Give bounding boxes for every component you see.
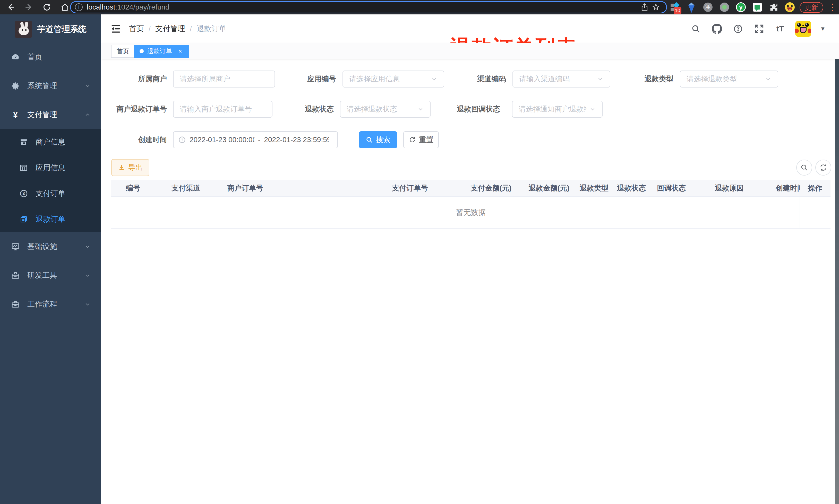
tab-refund-order[interactable]: 退款订单 × [134, 45, 189, 58]
header-search-button[interactable] [690, 23, 702, 35]
notify-status-select[interactable]: 请选择通知商户退款结果 [512, 101, 603, 118]
github-icon [712, 24, 722, 34]
filter-label-merchant-refund-no: 商户退款订单号 [64, 101, 167, 118]
tab-label: 首页 [117, 47, 129, 55]
command-icon: ⌘ [703, 3, 713, 12]
emoji-icon [785, 2, 795, 12]
bookmark-button[interactable] [650, 1, 662, 13]
filter-label-refund-status: 退款状态 [231, 101, 334, 118]
extension-tampermonkey[interactable]: 10 [669, 2, 681, 13]
sidebar-item-label: 基础设施 [27, 241, 57, 252]
sidebar-item-infra[interactable]: 基础设施 [0, 232, 101, 261]
breadcrumb-pay[interactable]: 支付管理 [155, 24, 185, 34]
search-icon [366, 136, 373, 143]
filter-label-app: 应用编号 [233, 71, 336, 88]
refresh-list-button[interactable] [815, 160, 831, 176]
chevron-down-icon [84, 243, 91, 250]
col-create-time: 创建时间 [765, 180, 800, 196]
extension-emoji[interactable] [784, 2, 796, 13]
fixed-column-divider [800, 180, 800, 229]
extension-command[interactable]: ⌘ [702, 2, 714, 13]
sidebar-item-label: 应用信息 [36, 163, 66, 173]
extension-puzzle[interactable] [768, 2, 780, 13]
filter-label-notify-status: 退款回调状态 [397, 101, 500, 118]
sidebar-item-devtools[interactable]: 研发工具 [0, 261, 101, 290]
browser-menu-button[interactable] [829, 3, 836, 12]
puzzle-icon [769, 3, 779, 12]
breadcrumb-home[interactable]: 首页 [129, 24, 144, 34]
browser-forward-button[interactable] [22, 0, 36, 14]
col-refund-amount: 退款金额(元) [523, 180, 575, 196]
sidebar-item-pay-order[interactable]: ¥ 支付订单 [0, 181, 101, 206]
sidebar-item-refund-order[interactable]: 退款订单 [0, 206, 101, 232]
share-button[interactable] [639, 1, 650, 13]
grid-icon [19, 164, 29, 172]
help-button[interactable] [732, 23, 744, 35]
briefcase-icon [10, 300, 21, 309]
chevron-down-icon [84, 272, 91, 279]
avatar[interactable] [795, 21, 811, 37]
sidebar: 芋道管理系统 首页 系统管理 ¥ 支付管理 [0, 14, 101, 504]
filter-label-channel: 渠道编码 [403, 71, 506, 88]
hamburger-icon [111, 24, 121, 34]
create-time-range-picker[interactable]: 2022-01-23 00:00:00 - 2022-01-23 23:59:5… [173, 131, 338, 148]
address-bar[interactable]: i localhost:1024/pay/refund [70, 1, 667, 13]
y-circle-icon: y [736, 2, 746, 12]
table-header: 编号 支付渠道 商户订单号 支付订单号 支付金额(元) 退款金额(元) 退款类型… [111, 180, 831, 197]
browser-reload-button[interactable] [40, 0, 54, 14]
reload-icon [42, 3, 51, 12]
site-info-icon[interactable]: i [75, 3, 83, 11]
extension-kite[interactable] [685, 2, 697, 13]
sidebar-item-app-info[interactable]: 应用信息 [0, 155, 101, 181]
sidebar-item-label: 支付订单 [36, 188, 66, 199]
show-search-button[interactable] [796, 160, 812, 176]
sidebar-toggle-button[interactable] [109, 22, 122, 35]
refund-type-select[interactable]: 请选择退款类型 [680, 71, 778, 88]
reset-button[interactable]: 重置 [403, 131, 439, 148]
extension-chat[interactable] [751, 2, 763, 13]
col-id: 编号 [111, 180, 155, 196]
active-dot [140, 49, 144, 53]
font-size-button[interactable]: tT [774, 23, 786, 35]
tab-close-icon[interactable]: × [177, 48, 184, 55]
filter-label-merchant: 所属商户 [64, 71, 167, 88]
tab-home[interactable]: 首页 [111, 45, 135, 58]
range-start-value[interactable]: 2022-01-23 00:00:00 [190, 136, 254, 144]
col-merchant-order-no: 商户订单号 [217, 180, 361, 196]
github-button[interactable] [711, 23, 723, 35]
window-scrollbar[interactable] [835, 14, 839, 504]
col-pay-order-no: 支付订单号 [361, 180, 459, 196]
export-button[interactable]: 导出 [111, 159, 149, 176]
extension-recorder[interactable] [718, 2, 730, 13]
sidebar-logo[interactable]: 芋道管理系统 [0, 14, 101, 44]
document-icon [19, 215, 29, 223]
chat-icon [753, 3, 762, 12]
browser-toolbar: i localhost:1024/pay/refund 10 ⌘ y 更新 [0, 0, 839, 14]
yen-icon: ¥ [10, 111, 21, 119]
store-icon [19, 138, 29, 146]
toolbox-icon [10, 271, 21, 280]
filter-label-create-time: 创建时间 [64, 131, 167, 148]
col-actions: 操作 [800, 180, 831, 196]
logo-image [15, 21, 32, 38]
breadcrumb-separator: / [190, 25, 192, 33]
sidebar-item-home[interactable]: 首页 [0, 43, 101, 72]
refresh-icon [409, 136, 416, 143]
svg-text:¥: ¥ [22, 191, 25, 196]
extension-y[interactable]: y [735, 2, 747, 13]
forward-icon [24, 3, 33, 12]
chevron-down-icon [84, 301, 91, 308]
search-button[interactable]: 搜索 [359, 131, 397, 148]
breadcrumb-current: 退款订单 [196, 24, 226, 34]
sidebar-item-label: 商户信息 [36, 137, 66, 147]
range-end-value[interactable]: 2022-01-23 23:59:59 [264, 136, 329, 144]
sidebar-item-workflow[interactable]: 工作流程 [0, 290, 101, 319]
browser-back-button[interactable] [4, 0, 18, 14]
caret-down-icon[interactable]: ▼ [820, 25, 826, 32]
browser-update-button[interactable]: 更新 [800, 2, 823, 13]
table-empty-row: 暂无数据 [111, 197, 831, 229]
clock-icon [178, 136, 186, 144]
fullscreen-button[interactable] [753, 23, 765, 35]
col-refund-status: 退款状态 [613, 180, 649, 196]
col-refund-reason: 退款原因 [693, 180, 765, 196]
